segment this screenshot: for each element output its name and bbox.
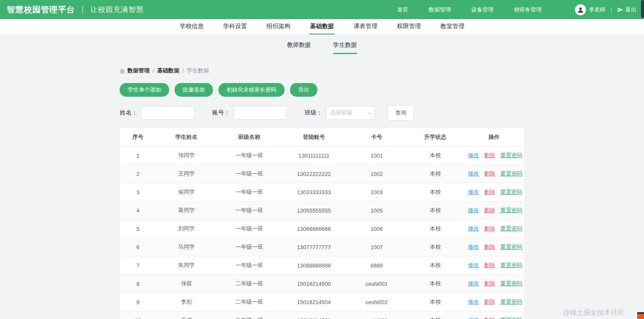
delete-link[interactable]: 删除 <box>484 299 495 305</box>
reset-password-link[interactable]: 重置密码 <box>500 189 523 195</box>
cell-name: 马同学 <box>156 238 217 256</box>
cell-index: 7 <box>120 256 156 275</box>
cell-name: 朱同学 <box>156 256 217 275</box>
cell-index: 10 <box>120 311 156 319</box>
chevron-down-icon <box>368 110 372 115</box>
breadcrumb-data-management[interactable]: 数据管理 <box>127 67 150 75</box>
delete-link[interactable]: 删除 <box>484 317 495 319</box>
corner-orange-badge <box>637 314 644 319</box>
cell-account: 13066666666 <box>282 220 346 238</box>
brand-title: 智慧校园管理平台 <box>7 4 75 15</box>
tab-basic-data[interactable]: 基础数据 <box>309 19 335 34</box>
cell-name: 李彤 <box>156 293 217 311</box>
table-row: 2王同学一年级一班130222222221002本校修改删除重置密码 <box>120 165 524 183</box>
cell-card: ceshi001 <box>346 275 407 293</box>
name-input[interactable] <box>141 106 194 120</box>
delete-link[interactable]: 删除 <box>484 189 495 195</box>
cell-status: 本校 <box>407 256 464 275</box>
user-name: 李老师 <box>589 6 606 14</box>
reset-password-link[interactable]: 重置密码 <box>500 280 523 287</box>
edit-link[interactable]: 修改 <box>468 262 479 268</box>
cell-operations: 修改删除重置密码 <box>464 256 525 275</box>
class-select[interactable]: 选择班级 <box>326 106 375 120</box>
delete-link[interactable]: 删除 <box>484 207 495 213</box>
cell-name: 刘同学 <box>156 220 217 238</box>
reset-password-link[interactable]: 重置密码 <box>500 317 523 319</box>
edit-link[interactable]: 修改 <box>468 225 479 232</box>
name-label: 姓名： <box>120 109 138 117</box>
tab-school-info[interactable]: 学校信息 <box>179 19 204 34</box>
scrollbar-thumb[interactable] <box>641 0 644 18</box>
tab-permissions[interactable]: 权限管理 <box>396 19 422 34</box>
export-button[interactable]: 导出 <box>290 83 317 97</box>
cell-status: 本校 <box>407 238 464 256</box>
init-parent-password-button[interactable]: 初始化全校家长密码 <box>218 83 285 97</box>
edit-link[interactable]: 修改 <box>468 189 479 195</box>
add-single-student-button[interactable]: 学生单个添加 <box>120 83 169 97</box>
topnav-data-management[interactable]: 数据管理 <box>429 6 451 14</box>
edit-link[interactable]: 修改 <box>468 299 479 305</box>
scrollbar[interactable] <box>641 0 644 319</box>
delete-link[interactable]: 删除 <box>484 170 495 177</box>
cell-operations: 修改删除重置密码 <box>464 147 525 165</box>
edit-link[interactable]: 修改 <box>468 170 479 177</box>
logout-label: 退出 <box>625 6 636 14</box>
delete-link[interactable]: 删除 <box>484 244 495 250</box>
reset-password-link[interactable]: 重置密码 <box>500 299 523 305</box>
cell-status: 本校 <box>407 165 464 183</box>
class-label: 班级： <box>305 109 322 117</box>
breadcrumb-separator: / <box>152 68 154 74</box>
table-row: 5刘同学一年级一班130666666661006本校修改删除重置密码 <box>120 220 524 238</box>
delete-link[interactable]: 删除 <box>484 152 495 158</box>
edit-link[interactable]: 修改 <box>468 280 479 287</box>
account-label: 账号： <box>212 109 230 117</box>
tab-timetable[interactable]: 课表管理 <box>353 19 378 34</box>
edit-link[interactable]: 修改 <box>468 207 479 213</box>
cell-name: 张双 <box>156 275 217 293</box>
cell-account: 15016214504 <box>282 293 346 311</box>
cell-class: 一年级一班 <box>217 147 282 165</box>
tab-org-structure[interactable]: 组织架构 <box>266 19 291 34</box>
topnav-device-management[interactable]: 设备管理 <box>472 6 494 14</box>
cell-index: 2 <box>120 165 156 183</box>
table-row: 6马同学一年级一班130777777771007本校修改删除重置密码 <box>120 238 524 256</box>
cell-operations: 修改删除重置密码 <box>464 220 525 238</box>
content-container: ◎ 数据管理 / 基础数据 / 学生数据 学生单个添加 批量添加 初始化全校家长… <box>120 67 524 319</box>
edit-link[interactable]: 修改 <box>468 244 479 250</box>
cell-class: 二年级一班 <box>217 311 282 319</box>
account-input[interactable] <box>233 106 287 120</box>
tab-subject-setup[interactable]: 学科设置 <box>222 19 248 34</box>
subtab-teacher-data[interactable]: 教师数据 <box>287 41 311 54</box>
cell-class: 一年级一班 <box>217 220 282 238</box>
col-index: 序号 <box>120 128 156 147</box>
subtab-student-data[interactable]: 学生数据 <box>333 41 357 54</box>
breadcrumb-basic-data[interactable]: 基础数据 <box>157 67 179 75</box>
tab-classroom[interactable]: 教室管理 <box>440 19 465 34</box>
reset-password-link[interactable]: 重置密码 <box>500 170 523 177</box>
cell-operations: 修改删除重置密码 <box>464 165 525 183</box>
student-table: 序号 学生姓名 班级名称 登陆账号 卡号 升学状态 操作 1张同学一年级一班13… <box>120 128 524 319</box>
topnav-home[interactable]: 首页 <box>397 6 408 14</box>
cell-class: 一年级一班 <box>217 201 282 220</box>
edit-link[interactable]: 修改 <box>468 152 479 158</box>
edit-link[interactable]: 修改 <box>468 317 479 319</box>
search-button[interactable]: 查询 <box>388 105 414 121</box>
logout-button[interactable]: 退出 <box>617 6 636 14</box>
topnav-school-affairs[interactable]: 校班务管理 <box>514 6 542 14</box>
batch-add-button[interactable]: 批量添加 <box>175 83 213 97</box>
delete-link[interactable]: 删除 <box>484 280 495 287</box>
reset-password-link[interactable]: 重置密码 <box>500 152 523 158</box>
delete-link[interactable]: 删除 <box>484 225 495 232</box>
reset-password-link[interactable]: 重置密码 <box>500 262 523 268</box>
cell-class: 一年级一班 <box>217 183 282 201</box>
brand-slogan: 让校园充满智慧 <box>90 5 144 14</box>
reset-password-link[interactable]: 重置密码 <box>500 207 523 213</box>
cell-index: 1 <box>120 147 156 165</box>
cell-operations: 修改删除重置密码 <box>464 183 525 201</box>
delete-link[interactable]: 删除 <box>484 262 495 268</box>
avatar[interactable] <box>575 4 586 15</box>
table-header: 序号 学生姓名 班级名称 登陆账号 卡号 升学状态 操作 <box>120 128 524 147</box>
reset-password-link[interactable]: 重置密码 <box>500 225 523 232</box>
reset-password-link[interactable]: 重置密码 <box>500 244 523 250</box>
breadcrumb-student-data: 学生数据 <box>187 67 209 75</box>
